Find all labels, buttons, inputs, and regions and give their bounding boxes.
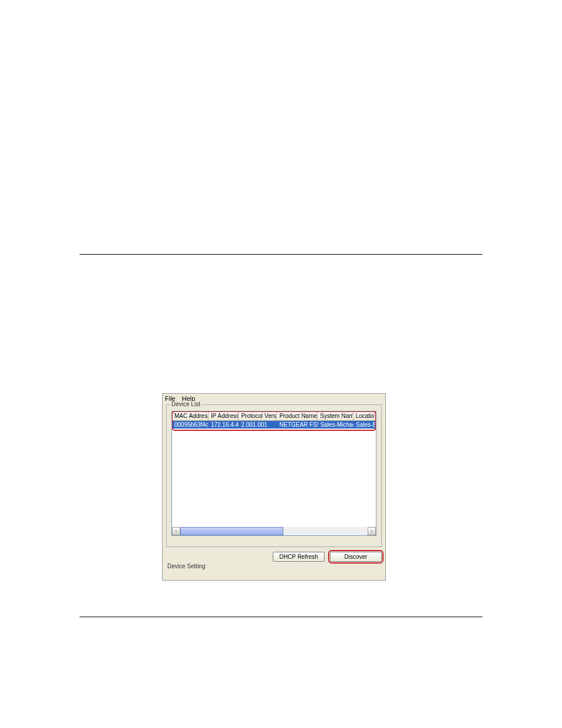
cell-product: NETGEAR FS526T xyxy=(277,421,318,429)
scroll-left-arrow-icon[interactable]: ‹ xyxy=(172,527,180,535)
table-row[interactable]: 00095b63f4c5 172.16.4.40 2.001.001 NETGE… xyxy=(172,421,376,429)
cell-ip: 172.16.4.40 xyxy=(209,421,239,429)
horizontal-scrollbar[interactable]: ‹ › xyxy=(172,527,376,535)
table-header: MAC Address IP Address Protocol Version … xyxy=(172,411,376,421)
device-list-group: Device List MAC Address IP Address Proto… xyxy=(166,404,382,547)
col-mac[interactable]: MAC Address xyxy=(172,411,209,420)
col-proto[interactable]: Protocol Version xyxy=(239,411,277,420)
horizontal-rule-1 xyxy=(80,254,482,255)
cell-proto: 2.001.001 xyxy=(239,421,277,429)
button-row: DHCP Refresh Discover xyxy=(163,548,385,562)
scroll-right-arrow-icon[interactable]: › xyxy=(368,527,376,535)
cell-location: Sales-B xyxy=(353,421,376,429)
cell-system: Sales-Michael xyxy=(318,421,353,429)
col-ip[interactable]: IP Address xyxy=(209,411,239,420)
device-list-table: MAC Address IP Address Protocol Version … xyxy=(171,411,376,536)
col-location[interactable]: Locatio xyxy=(353,411,376,420)
device-list-label: Device List xyxy=(170,401,201,407)
horizontal-rule-2 xyxy=(80,617,482,617)
smartwizard-window: File Help Device List MAC Address IP Add… xyxy=(162,393,386,581)
device-setting-label: Device Setting xyxy=(163,562,385,569)
col-product[interactable]: Product Name xyxy=(277,411,318,420)
discover-button[interactable]: Discover xyxy=(330,552,382,562)
scroll-thumb[interactable] xyxy=(180,527,283,535)
cell-mac: 00095b63f4c5 xyxy=(172,421,209,429)
col-system[interactable]: System Name xyxy=(318,411,353,420)
dhcp-refresh-button[interactable]: DHCP Refresh xyxy=(273,552,325,562)
scroll-track[interactable] xyxy=(180,527,368,535)
